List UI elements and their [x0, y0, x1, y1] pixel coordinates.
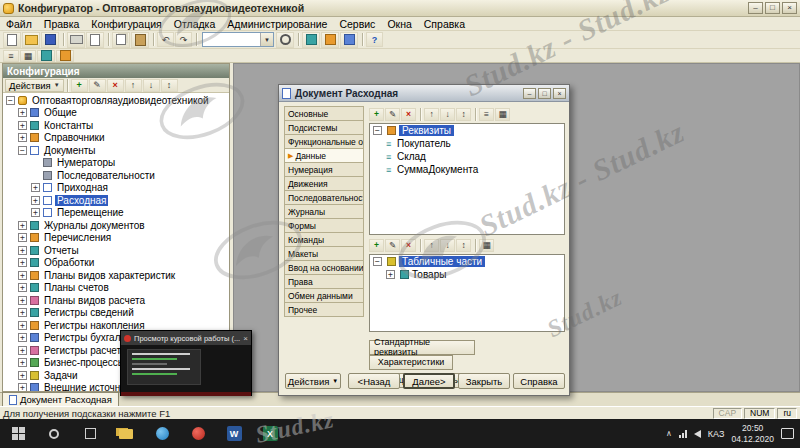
help-icon[interactable]: ?	[366, 32, 383, 47]
menu-help[interactable]: Справка	[418, 17, 471, 31]
expand-icon[interactable]: +	[18, 371, 27, 380]
tree-item-plany-vidov-kharakteristik[interactable]: +Планы видов характеристик	[3, 269, 229, 282]
sort-icon[interactable]: ↕	[456, 239, 471, 252]
network-icon[interactable]	[679, 430, 687, 438]
expand-icon[interactable]: +	[18, 108, 27, 117]
move-down-icon[interactable]: ↓	[440, 239, 455, 252]
add-icon[interactable]: +	[71, 79, 88, 92]
expand-icon[interactable]: +	[18, 246, 27, 255]
expand-icon[interactable]: +	[31, 208, 40, 217]
open-configuration-icon[interactable]	[37, 50, 55, 62]
minimize-icon[interactable]: –	[748, 2, 763, 14]
table-view-icon[interactable]: ▦	[495, 108, 510, 121]
delete-tabular-icon[interactable]: ×	[401, 239, 416, 252]
file-explorer-button[interactable]	[108, 419, 144, 448]
dialog-titlebar[interactable]: Документ Расходная – □ ×	[279, 85, 569, 102]
tabular-sections-root-row[interactable]: − Табличные части	[370, 255, 564, 268]
expand-icon[interactable]: +	[18, 283, 27, 292]
edit-tabular-icon[interactable]: ✎	[385, 239, 400, 252]
taskbar-language-indicator[interactable]: КАЗ	[708, 429, 725, 439]
video-close-icon[interactable]: ×	[243, 334, 248, 343]
attribute-pokupatel[interactable]: ≡Покупатель	[370, 137, 564, 150]
menu-debug[interactable]: Отладка	[168, 17, 222, 31]
tray-chevron-up-icon[interactable]: ∧	[666, 429, 672, 438]
edit-attribute-icon[interactable]: ✎	[385, 108, 400, 121]
list-view-icon[interactable]: ≡	[479, 108, 494, 121]
tab-dvizheniya[interactable]: Движения	[284, 176, 364, 191]
dialog-close-icon[interactable]: ×	[553, 88, 566, 99]
next-button[interactable]: Далее>	[403, 373, 455, 389]
tree-item-zhurnaly-dokumentov[interactable]: +Журналы документов	[3, 219, 229, 232]
expand-icon[interactable]: +	[18, 133, 27, 142]
expand-icon[interactable]: +	[18, 258, 27, 267]
tab-zhurnaly[interactable]: Журналы	[284, 204, 364, 219]
tree-item-obrabotki[interactable]: +Обработки	[3, 257, 229, 270]
dialog-minimize-icon[interactable]: –	[523, 88, 536, 99]
tree-item-prikhodnaya[interactable]: +Приходная	[3, 182, 229, 195]
tree-item-obshchie[interactable]: +Общие	[3, 107, 229, 120]
expand-icon[interactable]: +	[18, 296, 27, 305]
tab-vvod-na-osnovanii[interactable]: Ввод на основании	[284, 260, 364, 275]
move-up-icon[interactable]: ↑	[424, 239, 439, 252]
delete-icon[interactable]: ×	[107, 79, 124, 92]
configuration-window-icon[interactable]	[302, 32, 320, 48]
attribute-sklad[interactable]: ≡Склад	[370, 150, 564, 163]
sort-icon[interactable]: ↕	[456, 108, 471, 121]
tab-posledovatelnosti[interactable]: Последовательности	[284, 190, 364, 205]
move-up-icon[interactable]: ↑	[424, 108, 439, 121]
paste-icon[interactable]	[131, 32, 149, 48]
redo-icon[interactable]: ↷	[175, 32, 192, 47]
tree-item-plany-vidov-rascheta[interactable]: +Планы видов расчета	[3, 294, 229, 307]
collapse-icon[interactable]: −	[6, 96, 15, 105]
expand-icon[interactable]: +	[31, 183, 40, 192]
expand-icon[interactable]: +	[18, 233, 27, 242]
tabular-section-tovary[interactable]: + Товары	[370, 268, 564, 281]
add-tabular-icon[interactable]: +	[369, 239, 384, 252]
tree-item-peremeshchenie[interactable]: +Перемещение	[3, 207, 229, 220]
video-player-titlebar[interactable]: Просмотр курсовой работы (... ×	[121, 331, 251, 345]
expand-icon[interactable]: +	[18, 271, 27, 280]
task-view-button[interactable]	[72, 419, 108, 448]
menu-file[interactable]: Файл	[0, 17, 38, 31]
tree-item-konstanty[interactable]: +Константы	[3, 119, 229, 132]
volume-icon[interactable]	[694, 430, 701, 438]
edit-icon[interactable]: ✎	[89, 79, 106, 92]
sort-icon[interactable]: ↕	[161, 79, 178, 92]
print-preview-icon[interactable]	[86, 32, 104, 48]
tree-item-raskhodnaya[interactable]: +Расходная	[3, 194, 229, 207]
maximize-icon[interactable]: □	[765, 2, 780, 14]
chevron-down-icon[interactable]: ▼	[260, 33, 273, 46]
tab-podsistemy[interactable]: Подсистемы	[284, 120, 364, 135]
menu-windows[interactable]: Окна	[381, 17, 417, 31]
expand-icon[interactable]: +	[18, 383, 27, 391]
excel-button[interactable]: X	[252, 419, 288, 448]
expand-icon[interactable]: +	[18, 358, 27, 367]
database-icon[interactable]	[321, 32, 339, 48]
debug-start-icon[interactable]	[56, 50, 74, 62]
collapse-icon[interactable]: −	[373, 257, 382, 266]
tab-numeraciya[interactable]: Нумерация	[284, 162, 364, 177]
delete-attribute-icon[interactable]: ×	[401, 108, 416, 121]
update-config-icon[interactable]	[340, 32, 358, 48]
keyboard-layout-indicator[interactable]: ru	[777, 408, 797, 419]
tab-komandy[interactable]: Команды	[284, 232, 364, 247]
tab-dannye[interactable]: ▶Данные	[284, 148, 364, 163]
help-button[interactable]: Справка	[513, 373, 565, 389]
video-preview[interactable]	[121, 345, 251, 396]
word-button[interactable]: W	[216, 419, 252, 448]
tab-prava[interactable]: Права	[284, 274, 364, 289]
tab-formy[interactable]: Формы	[284, 218, 364, 233]
save-icon[interactable]	[41, 32, 59, 48]
actions-button[interactable]: Действия ▼	[5, 79, 64, 92]
tab-osnovnye[interactable]: Основные	[284, 106, 364, 121]
tree-item-plany-schetov[interactable]: +Планы счетов	[3, 282, 229, 295]
tree-item-perechisleniya[interactable]: +Перечисления	[3, 232, 229, 245]
move-down-icon[interactable]: ↓	[143, 79, 160, 92]
tab-makety[interactable]: Макеты	[284, 246, 364, 261]
expand-icon[interactable]: +	[18, 321, 27, 330]
standard-attributes-button[interactable]: Стандартные реквизиты	[369, 340, 475, 355]
window-tab-dokument-raskhodnaya[interactable]: Документ Расходная	[2, 392, 119, 406]
close-icon[interactable]: ×	[782, 2, 797, 14]
attribute-summa-dokumenta[interactable]: ≡СуммаДокумента	[370, 163, 564, 176]
browser-button[interactable]	[144, 419, 180, 448]
